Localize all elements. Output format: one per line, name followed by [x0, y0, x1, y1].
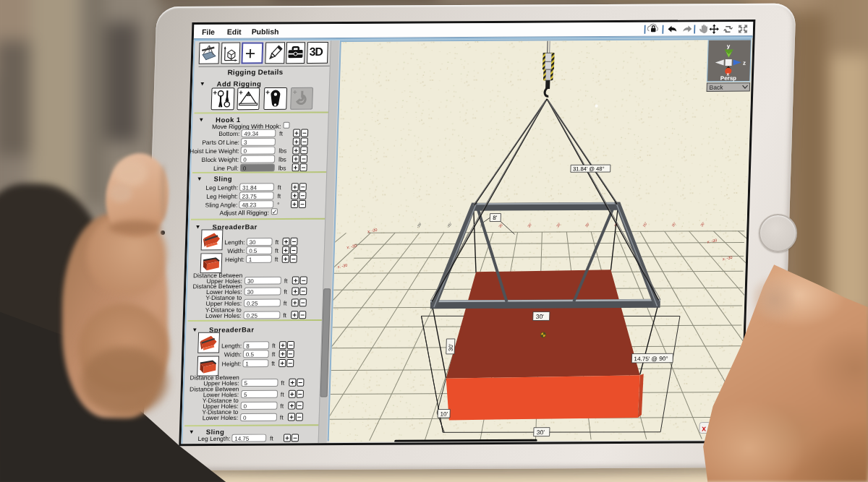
- svg-text:30': 30': [537, 429, 545, 436]
- svg-text:10': 10': [441, 410, 448, 417]
- svg-text:30': 30': [536, 313, 545, 320]
- svg-text:Persp: Persp: [720, 75, 737, 82]
- svg-text:31.84' @ 48°: 31.84' @ 48°: [573, 165, 605, 172]
- svg-text:14.75' @ 90°: 14.75' @ 90°: [634, 356, 668, 362]
- svg-text:y: y: [727, 43, 731, 50]
- svg-text:30': 30': [448, 343, 454, 351]
- svg-text:+: +: [293, 88, 297, 96]
- svg-text:+: +: [239, 88, 243, 96]
- svg-text:z: z: [743, 60, 746, 66]
- svg-text:8': 8': [493, 215, 498, 221]
- svg-text:Back: Back: [710, 84, 724, 91]
- svg-text:+: +: [213, 88, 217, 96]
- svg-text:x: x: [702, 423, 706, 432]
- svg-text:+: +: [265, 88, 270, 96]
